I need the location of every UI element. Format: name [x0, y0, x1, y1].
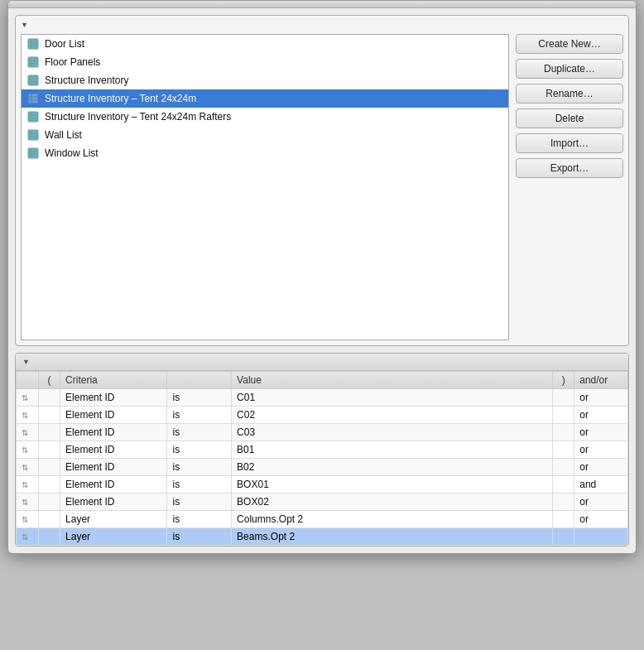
schemes-section-header: ▼ — [21, 21, 623, 29]
scheme-item[interactable]: Window List — [22, 144, 508, 162]
table-row[interactable]: ⇅Element IDisBOX02or — [17, 494, 628, 511]
scheme-item-label: Structure Inventory – Tent 24x24m Rafter… — [45, 111, 231, 123]
sort-handle-icon[interactable]: ⇅ — [22, 498, 28, 507]
table-row[interactable]: ⇅Element IDisBOX01and — [17, 476, 628, 494]
row-andor: and — [574, 476, 628, 494]
col-operator — [167, 372, 232, 389]
row-andor: or — [574, 511, 628, 528]
scheme-item-icon — [26, 74, 40, 87]
row-andor: or — [574, 424, 628, 441]
row-criteria: Element ID — [60, 424, 167, 441]
rename-button[interactable]: Rename… — [516, 84, 623, 104]
title-bar — [8, 1, 636, 8]
scheme-item-label: Structure Inventory — [45, 75, 128, 86]
scheme-item-label: Wall List — [45, 129, 82, 141]
scheme-item-label: Floor Panels — [45, 56, 100, 68]
table-row[interactable]: ⇅Element IDisB01or — [17, 441, 628, 459]
svg-rect-20 — [28, 130, 38, 140]
schemes-buttons-panel: Create New…Duplicate…Rename…DeleteImport… — [516, 34, 623, 340]
table-row[interactable]: ⇅Element IDisC02or — [17, 407, 628, 424]
col-criteria: Criteria — [60, 372, 167, 389]
row-paren-open — [39, 494, 60, 511]
row-value: C02 — [232, 407, 553, 424]
row-operator: is — [167, 407, 232, 424]
svg-rect-4 — [28, 57, 38, 67]
scheme-item[interactable]: Structure Inventory – Tent 24x24m Rafter… — [22, 108, 508, 126]
row-criteria: Layer — [60, 528, 167, 546]
row-criteria: Layer — [60, 511, 167, 528]
row-sort-handle[interactable]: ⇅ — [17, 407, 39, 424]
svg-rect-0 — [28, 39, 38, 49]
scheme-item[interactable]: Structure Inventory – Tent 24x24m — [22, 89, 508, 108]
table-row[interactable]: ⇅LayerisBeams.Opt 2 — [17, 528, 628, 546]
scheme-item[interactable]: Wall List — [22, 126, 508, 144]
row-operator: is — [167, 424, 232, 441]
sort-handle-icon[interactable]: ⇅ — [22, 532, 28, 542]
col-handle — [17, 372, 39, 389]
row-value: C01 — [232, 389, 553, 407]
col-andor: and/or — [574, 372, 628, 389]
row-paren-close — [553, 494, 574, 511]
row-value: C03 — [232, 424, 553, 441]
row-paren-close — [553, 476, 574, 494]
row-paren-close — [553, 441, 574, 459]
row-operator: is — [167, 476, 232, 494]
create-new-button[interactable]: Create New… — [516, 34, 623, 54]
row-paren-close — [553, 528, 574, 546]
main-content: ▼ Door List Floor Panels Structure Inven… — [8, 8, 636, 553]
row-sort-handle[interactable]: ⇅ — [17, 476, 39, 494]
row-sort-handle[interactable]: ⇅ — [17, 424, 39, 441]
criteria-table-wrapper: ( Criteria Value ) and/or ⇅Element IDisC… — [16, 371, 628, 546]
row-value: BOX02 — [232, 494, 553, 511]
row-paren-open — [39, 389, 60, 407]
row-andor: or — [574, 389, 628, 407]
row-sort-handle[interactable]: ⇅ — [17, 511, 39, 528]
svg-rect-8 — [28, 75, 38, 85]
table-row[interactable]: ⇅Element IDisC01or — [17, 389, 628, 407]
scheme-item-icon — [26, 110, 40, 123]
sort-handle-icon[interactable]: ⇅ — [22, 480, 28, 489]
row-criteria: Element ID — [60, 476, 167, 494]
table-row[interactable]: ⇅Element IDisC03or — [17, 424, 628, 441]
row-sort-handle[interactable]: ⇅ — [17, 528, 39, 546]
sort-handle-icon[interactable]: ⇅ — [22, 428, 28, 437]
scheme-item[interactable]: Door List — [22, 35, 508, 53]
row-andor: or — [574, 494, 628, 511]
sort-handle-icon[interactable]: ⇅ — [22, 515, 28, 524]
row-value: B02 — [232, 459, 553, 476]
row-sort-handle[interactable]: ⇅ — [17, 459, 39, 476]
scheme-item-icon — [26, 128, 40, 142]
svg-rect-24 — [28, 148, 38, 158]
sort-handle-icon[interactable]: ⇅ — [22, 393, 28, 402]
row-sort-handle[interactable]: ⇅ — [17, 441, 39, 459]
table-row[interactable]: ⇅Element IDisB02or — [17, 459, 628, 476]
schemes-list[interactable]: Door List Floor Panels Structure Invento… — [21, 34, 509, 340]
row-sort-handle[interactable]: ⇅ — [17, 494, 39, 511]
sort-handle-icon[interactable]: ⇅ — [22, 411, 28, 420]
criteria-disclosure-icon[interactable]: ▼ — [22, 358, 31, 366]
duplicate-button[interactable]: Duplicate… — [516, 59, 623, 79]
delete-button[interactable]: Delete — [516, 108, 623, 128]
row-value: Columns.Opt 2 — [232, 511, 553, 528]
row-sort-handle[interactable]: ⇅ — [17, 389, 39, 407]
sort-handle-icon[interactable]: ⇅ — [22, 463, 28, 472]
row-operator: is — [167, 511, 232, 528]
row-paren-open — [39, 407, 60, 424]
export-button[interactable]: Export… — [516, 158, 623, 178]
schemes-disclosure-icon[interactable]: ▼ — [21, 21, 29, 29]
row-paren-close — [553, 389, 574, 407]
scheme-item[interactable]: Floor Panels — [22, 53, 508, 71]
row-operator: is — [167, 528, 232, 546]
row-paren-open — [39, 476, 60, 494]
scheme-item-label: Structure Inventory – Tent 24x24m — [45, 93, 196, 104]
scheme-item[interactable]: Structure Inventory — [22, 71, 508, 89]
schemes-section: ▼ Door List Floor Panels Structure Inven… — [15, 15, 629, 346]
table-row[interactable]: ⇅LayerisColumns.Opt 2or — [17, 511, 628, 528]
sort-handle-icon[interactable]: ⇅ — [22, 445, 28, 455]
scheme-settings-window: ▼ Door List Floor Panels Structure Inven… — [7, 0, 637, 554]
row-criteria: Element ID — [60, 407, 167, 424]
row-paren-close — [553, 459, 574, 476]
criteria-table-header-row: ( Criteria Value ) and/or — [17, 372, 628, 389]
import-button[interactable]: Import… — [516, 133, 623, 153]
row-paren-open — [39, 511, 60, 528]
